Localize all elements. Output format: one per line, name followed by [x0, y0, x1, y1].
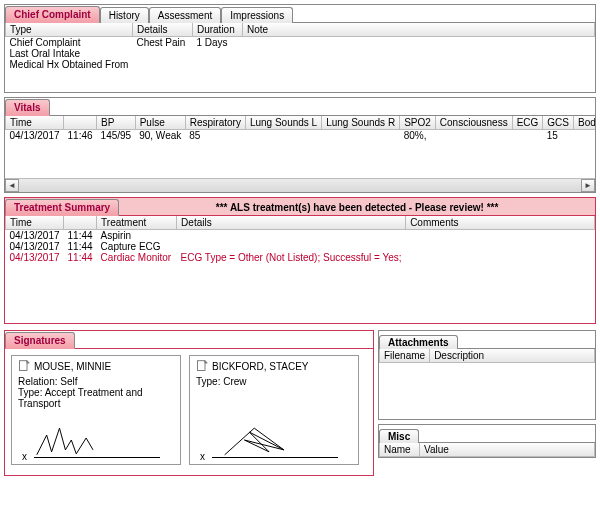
scroll-right-icon[interactable]: ►	[581, 179, 595, 192]
tab-misc[interactable]: Misc	[379, 429, 419, 443]
signature-x-mark: x	[200, 451, 205, 462]
signature-card[interactable]: BICKFORD, STACEY Type: Crew x	[189, 355, 359, 465]
vitals-hscrollbar[interactable]: ◄ ►	[5, 178, 595, 192]
tab-attachments[interactable]: Attachments	[379, 335, 458, 349]
col-time[interactable]: Time	[6, 116, 64, 130]
col-lung-r[interactable]: Lung Sounds R	[322, 116, 400, 130]
col-filename[interactable]: Filename	[380, 349, 430, 363]
col-ecg[interactable]: ECG	[512, 116, 543, 130]
col-consciousness[interactable]: Consciousness	[435, 116, 512, 130]
col-respiratory[interactable]: Respiratory	[185, 116, 245, 130]
signature-scribble	[22, 420, 170, 460]
signature-relation: Relation: Self	[18, 376, 174, 387]
col-value[interactable]: Value	[420, 443, 595, 457]
treatment-table: Time Treatment Details Comments 04/13/20…	[5, 216, 595, 323]
bottom-row: Signatures MOUSE, MINNIE Relation: Self …	[4, 330, 596, 476]
note-icon	[196, 360, 208, 372]
tab-history[interactable]: History	[100, 7, 149, 23]
table-row[interactable]: 04/13/2017 11:44 Aspirin	[6, 230, 595, 242]
col-name[interactable]: Name	[380, 443, 420, 457]
col-lung-l[interactable]: Lung Sounds L	[245, 116, 321, 130]
signature-x-mark: x	[22, 451, 27, 462]
table-row-als[interactable]: 04/13/2017 11:44 Cardiac Monitor ECG Typ…	[6, 252, 595, 263]
col-comments[interactable]: Comments	[406, 216, 595, 230]
col-time2[interactable]	[64, 216, 97, 230]
tab-impressions[interactable]: Impressions	[221, 7, 293, 23]
col-bodytemp[interactable]: Body Temp	[573, 116, 595, 130]
col-bp[interactable]: BP	[97, 116, 136, 130]
table-row[interactable]: Last Oral Intake	[6, 48, 595, 59]
svg-rect-1	[198, 361, 206, 371]
scroll-left-icon[interactable]: ◄	[5, 179, 19, 192]
col-type[interactable]: Type	[6, 23, 133, 37]
table-row[interactable]: 04/13/2017 11:44 Capture ECG	[6, 241, 595, 252]
chief-complaint-panel: Chief Complaint History Assessment Impre…	[4, 4, 596, 93]
attachments-panel: Attachments Filename Description	[378, 330, 596, 420]
signature-area: x	[200, 420, 348, 460]
col-gcs[interactable]: GCS	[543, 116, 574, 130]
chief-complaint-table: Type Details Duration Note Chief Complai…	[5, 23, 595, 92]
signature-card[interactable]: MOUSE, MINNIE Relation: Self Type: Accep…	[11, 355, 181, 465]
als-alert-banner: *** ALS treatment(s) have been detected …	[119, 200, 595, 215]
tab-assessment[interactable]: Assessment	[149, 7, 221, 23]
col-treatment[interactable]: Treatment	[97, 216, 177, 230]
signatures-panel: Signatures MOUSE, MINNIE Relation: Self …	[4, 330, 374, 476]
note-icon	[18, 360, 30, 372]
signature-scribble	[200, 420, 348, 460]
col-note[interactable]: Note	[242, 23, 594, 37]
signature-name: BICKFORD, STACEY	[212, 361, 309, 372]
table-row[interactable]: 04/13/2017 11:46 145/95 90, Weak 85 80%,…	[6, 130, 596, 142]
signature-type: Type: Crew	[196, 376, 352, 387]
col-duration[interactable]: Duration	[192, 23, 242, 37]
col-time[interactable]: Time	[6, 216, 64, 230]
col-details[interactable]: Details	[132, 23, 192, 37]
tab-signatures[interactable]: Signatures	[5, 332, 75, 349]
signature-area: x	[22, 420, 170, 460]
tab-vitals[interactable]: Vitals	[5, 99, 50, 116]
svg-rect-0	[20, 361, 28, 371]
col-time2[interactable]	[64, 116, 97, 130]
vitals-table: Time BP Pulse Respiratory Lung Sounds L …	[5, 116, 595, 141]
col-details[interactable]: Details	[177, 216, 406, 230]
signature-name: MOUSE, MINNIE	[34, 361, 111, 372]
tab-chief-complaint[interactable]: Chief Complaint	[5, 6, 100, 23]
chief-complaint-tabs: Chief Complaint History Assessment Impre…	[5, 5, 595, 23]
vitals-panel: Vitals Time BP Pulse Respiratory Lung So…	[4, 97, 596, 193]
col-spo2[interactable]: SPO2	[400, 116, 436, 130]
treatment-summary-panel: Treatment Summary *** ALS treatment(s) h…	[4, 197, 596, 324]
col-pulse[interactable]: Pulse	[135, 116, 185, 130]
misc-panel: Misc Name Value	[378, 424, 596, 458]
signature-type: Type: Accept Treatment and Transport	[18, 387, 174, 409]
tab-treatment-summary[interactable]: Treatment Summary	[5, 199, 119, 216]
col-description[interactable]: Description	[430, 349, 595, 363]
table-row[interactable]: Chief Complaint Chest Pain 1 Days	[6, 37, 595, 49]
misc-table: Name Value	[379, 443, 595, 457]
table-row[interactable]: Medical Hx Obtained From	[6, 59, 595, 70]
attachments-table: Filename Description	[379, 349, 595, 363]
scroll-track[interactable]	[19, 179, 581, 192]
